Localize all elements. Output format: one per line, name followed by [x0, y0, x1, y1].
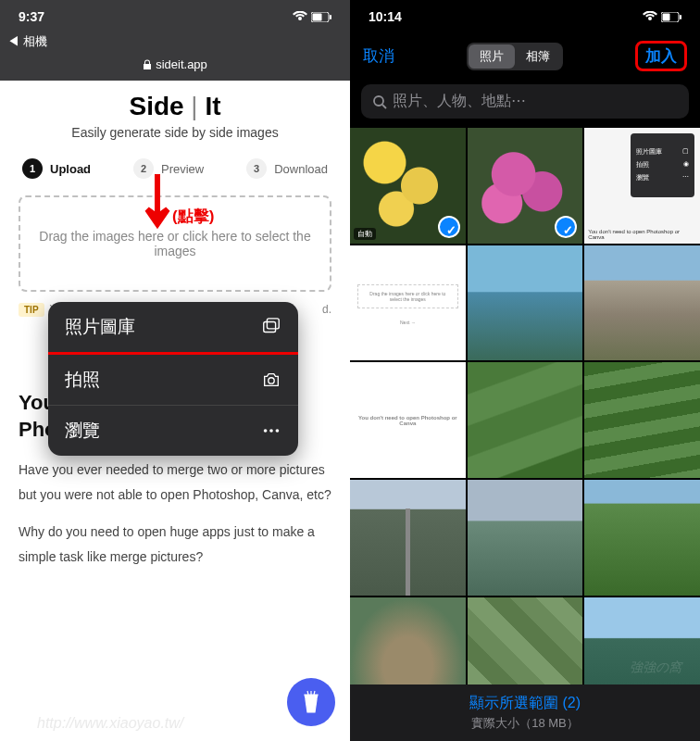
section-paragraph-2: Why do you need to open huge apps just t… [19, 520, 331, 569]
photo-thumb[interactable] [584, 245, 700, 361]
wifi-icon [293, 11, 307, 22]
selection-count: 顯示所選範圍 (2) [359, 694, 691, 713]
phone-right-screenshot: 10:14 取消 照片 相簿 加入 照片、人物、地點⋯ 自動 照片圖庫▢ 拍照◉… [350, 0, 700, 741]
add-button[interactable]: 加入 [635, 41, 687, 71]
watermark: http://www.xiaoyao.tw/ [37, 715, 183, 732]
svg-rect-1 [313, 13, 322, 20]
photo-thumb[interactable]: You don't need to open Photoshop or Canv… [350, 362, 466, 478]
photo-thumb[interactable] [468, 245, 583, 361]
lock-icon [143, 59, 152, 70]
annotation-arrow [144, 174, 171, 233]
url-bar[interactable]: sideit.app [0, 52, 350, 81]
camera-icon [261, 370, 281, 390]
status-icons [643, 11, 681, 22]
photo-thumb[interactable]: Drag the images here or click here to se… [350, 245, 466, 361]
tab-albums[interactable]: 相簿 [515, 44, 561, 69]
photo-thumb[interactable]: 自動 [350, 128, 466, 244]
upload-context-menu: 照片圖庫 拍照 瀏覽 [48, 302, 298, 456]
status-bar: 10:14 [350, 0, 700, 33]
status-icons [293, 11, 331, 22]
battery-icon [661, 12, 681, 22]
selection-size: 實際大小（18 MB） [359, 715, 691, 732]
status-time: 10:14 [369, 9, 402, 24]
picker-tabs: 照片 相簿 [467, 43, 563, 70]
search-row: 照片、人物、地點⋯ [350, 79, 700, 128]
cancel-button[interactable]: 取消 [363, 45, 394, 67]
svg-rect-4 [267, 319, 279, 329]
watermark: 強強の窩 [630, 659, 681, 676]
svg-point-8 [276, 429, 280, 433]
svg-rect-2 [330, 15, 331, 19]
svg-rect-3 [264, 322, 276, 333]
search-input[interactable]: 照片、人物、地點⋯ [361, 84, 689, 119]
photo-thumb[interactable] [468, 128, 583, 244]
photo-thumb[interactable]: 照片圖庫▢ 拍照◉ 瀏覽⋯ You don't need to open Pho… [584, 128, 700, 244]
tip-badge: TIP [19, 303, 44, 317]
step-upload[interactable]: 1Upload [22, 158, 91, 179]
annotation-click-label: (點擊) [172, 206, 214, 227]
steps: 1Upload 2Preview 3Download [19, 158, 331, 195]
status-time: 9:37 [19, 9, 44, 24]
tab-photos[interactable]: 照片 [469, 44, 515, 69]
battery-icon [311, 12, 331, 22]
section-paragraph-1: Have you ever needed to merge two or mor… [19, 458, 331, 507]
app-title: Side | It [19, 92, 331, 121]
selection-footer[interactable]: 顯示所選範圍 (2) 實際大小（18 MB） [350, 684, 700, 741]
photo-thumb[interactable] [584, 362, 700, 478]
wifi-icon [643, 11, 657, 22]
search-icon [372, 94, 387, 109]
svg-point-5 [269, 378, 274, 383]
svg-line-13 [382, 105, 386, 108]
svg-point-7 [269, 429, 273, 433]
cup-icon [300, 689, 322, 715]
svg-rect-11 [680, 15, 681, 19]
app-subtitle: Easily generate side by side images [19, 125, 331, 140]
photo-stack-icon [261, 317, 281, 337]
support-fab[interactable] [287, 678, 335, 726]
svg-point-6 [264, 429, 268, 433]
ellipsis-icon [261, 421, 281, 441]
step-download[interactable]: 3Download [246, 158, 328, 179]
menu-photo-library[interactable]: 照片圖庫 [48, 302, 298, 355]
status-bar: 9:37 [0, 0, 350, 33]
photo-thumb[interactable] [468, 480, 583, 596]
menu-browse[interactable]: 瀏覽 [48, 406, 298, 456]
photo-thumb[interactable] [350, 480, 466, 596]
photo-thumb[interactable] [584, 480, 700, 596]
menu-take-photo[interactable]: 拍照 [48, 355, 298, 406]
phone-left-screenshot: 9:37 ◀ 相機 sideit.app Side | It Easily ge… [0, 0, 350, 741]
back-to-app[interactable]: ◀ 相機 [0, 33, 350, 52]
photo-grid: 自動 照片圖庫▢ 拍照◉ 瀏覽⋯ You don't need to open … [350, 128, 700, 712]
photo-thumb[interactable] [468, 362, 583, 478]
svg-rect-10 [663, 13, 670, 20]
photo-picker-header: 取消 照片 相簿 加入 [350, 33, 700, 79]
svg-point-12 [374, 96, 383, 106]
